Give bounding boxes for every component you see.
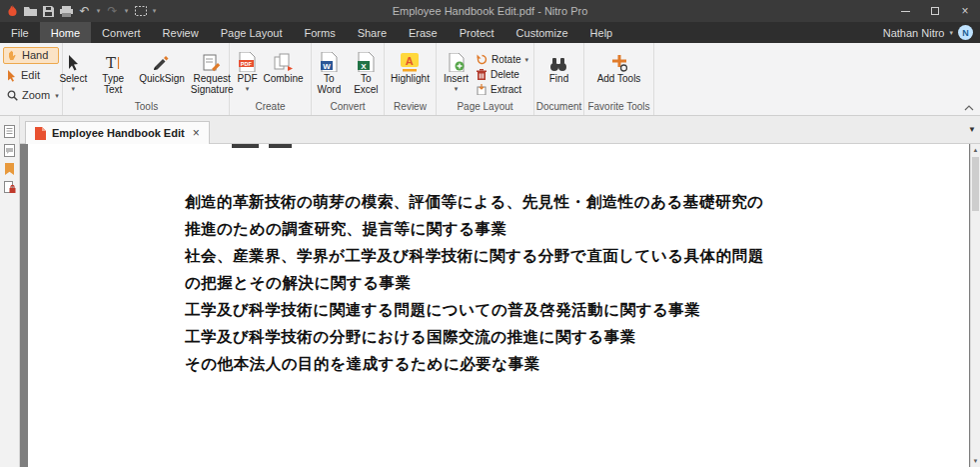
highlight-button[interactable]: A Highlight (389, 47, 432, 84)
toolbar-customize-caret[interactable]: ▾ (150, 7, 159, 15)
save-button[interactable] (40, 2, 57, 20)
text-line: 工学及び科学技術の分野における国際交流の推進に関する事業 (185, 323, 764, 350)
tab-convert[interactable]: Convert (91, 22, 152, 43)
delete-label: Delete (490, 69, 519, 80)
to-word-button[interactable]: W To Word (312, 47, 347, 95)
security-panel-button[interactable] (4, 181, 16, 194)
minimize-button[interactable] (890, 0, 920, 22)
page-layout-small-buttons: Rotate ▾ Delete Extract (477, 47, 528, 95)
document-viewport[interactable]: 創造的革新技術の萌芽の模索、評価等による、先見性・創造性のある基礎研究の 推進の… (20, 144, 970, 467)
quicksign-button[interactable]: QuickSign (137, 47, 187, 84)
svg-text:W: W (323, 62, 331, 71)
add-tools-button[interactable]: Add Tools (595, 47, 643, 84)
select-cursor-icon (67, 49, 80, 72)
vertical-scrollbar[interactable]: ▲ ▼ (970, 144, 980, 467)
ribbon-group-review: A Highlight Review (385, 43, 437, 115)
ribbon-tab-bar: File Home Convert Review Page Layout For… (0, 22, 980, 43)
extract-page-icon (477, 84, 487, 95)
insert-page-icon (449, 49, 465, 72)
tab-review[interactable]: Review (152, 22, 210, 43)
tab-file[interactable]: File (0, 22, 40, 43)
quicksign-label: QuickSign (139, 73, 185, 84)
scrollbar-thumb[interactable] (972, 157, 979, 211)
close-button[interactable]: × (950, 0, 980, 22)
undo-button[interactable]: ↶ (76, 2, 93, 20)
select-caret-icon: ▾ (72, 85, 76, 92)
rotate-button[interactable]: Rotate ▾ (477, 54, 528, 65)
create-pdf-button[interactable]: PDF PDF ▾ (235, 47, 259, 92)
tab-close-icon[interactable]: × (193, 126, 200, 140)
pdf-tab-icon (35, 127, 46, 140)
zoom-magnifier-icon (7, 90, 18, 101)
insert-caret-icon: ▾ (455, 85, 459, 92)
group-label-document: Document (534, 101, 583, 115)
account-menu[interactable]: Nathan Nitro ▾ N (883, 22, 980, 43)
tab-erase[interactable]: Erase (398, 22, 449, 43)
ribbon-group-page-layout: Insert ▾ Rotate ▾ Del (437, 43, 534, 115)
zoom-tool-button[interactable]: Zoom ▾ (3, 87, 59, 104)
scroll-up-button[interactable]: ▲ (971, 144, 980, 156)
find-button[interactable]: Find (547, 47, 570, 84)
group-label-favorite-tools: Favorite Tools (584, 101, 653, 115)
ribbon: Hand Edit Zoom ▾ (0, 43, 980, 116)
undo-dropdown-caret[interactable]: ▾ (94, 7, 103, 15)
tab-help[interactable]: Help (579, 22, 624, 43)
insert-pages-button[interactable]: Insert ▾ (442, 47, 471, 92)
combine-button[interactable]: Combine (261, 47, 305, 84)
to-excel-button[interactable]: X To Excel (349, 47, 384, 95)
text-line: 推進のための調査研究、提言等に関する事業 (185, 215, 764, 242)
tab-forms[interactable]: Forms (293, 22, 346, 43)
hand-icon (7, 50, 18, 62)
print-button[interactable] (58, 2, 75, 20)
tab-customize[interactable]: Customize (505, 22, 579, 43)
select-button[interactable]: Select ▾ (57, 47, 89, 92)
clipped-text-fragment (232, 144, 259, 148)
quick-access-toolbar: ↶ ▾ ↷ ▾ ▾ (0, 0, 159, 22)
navigation-panel-strip (0, 116, 20, 467)
document-tab[interactable]: Employee Handbook Edit × (25, 121, 210, 144)
minimize-icon (901, 11, 910, 12)
combine-files-icon (274, 49, 294, 72)
highlight-label: Highlight (391, 73, 430, 84)
group-label-create: Create (230, 101, 311, 115)
account-avatar[interactable]: N (958, 25, 973, 40)
document-tab-label: Employee Handbook Edit (52, 127, 185, 139)
tab-list-dropdown[interactable]: ▼ (968, 125, 976, 134)
hand-tool-button[interactable]: Hand (3, 47, 59, 64)
ribbon-group-document: Find Document (534, 43, 584, 115)
group-label-page-layout: Page Layout (437, 101, 533, 115)
ribbon-group-create: PDF PDF ▾ Combine Create (230, 43, 312, 115)
tab-page-layout[interactable]: Page Layout (210, 22, 294, 43)
comments-panel-button[interactable] (4, 144, 15, 157)
maximize-button[interactable] (920, 0, 950, 22)
scroll-down-button[interactable]: ▼ (971, 455, 980, 467)
pdf-page[interactable]: 創造的革新技術の萌芽の模索、評価等による、先見性・創造性のある基礎研究の 推進の… (28, 144, 969, 467)
page-text-block: 創造的革新技術の萌芽の模索、評価等による、先見性・創造性のある基礎研究の 推進の… (185, 188, 764, 377)
account-name: Nathan Nitro (883, 27, 945, 39)
tab-share[interactable]: Share (347, 22, 398, 43)
type-text-label: Type Text (93, 73, 133, 95)
snapshot-tool-button[interactable] (132, 2, 149, 20)
ribbon-group-tools: Select ▾ T Type Text QuickSign (64, 43, 230, 115)
extract-pages-button[interactable]: Extract (477, 84, 521, 95)
rotate-caret-icon: ▾ (524, 56, 528, 63)
tab-home[interactable]: Home (40, 22, 91, 43)
pages-panel-button[interactable] (4, 125, 15, 138)
pdf-file-icon: PDF (239, 49, 256, 72)
text-line: の把握とその解決に関する事業 (185, 269, 764, 296)
group-label-tools: Tools (64, 101, 229, 115)
open-file-button[interactable] (22, 2, 39, 20)
redo-button[interactable]: ↷ (104, 2, 121, 20)
delete-pages-button[interactable]: Delete (477, 69, 519, 80)
bookmarks-panel-button[interactable] (4, 163, 15, 175)
redo-dropdown-caret[interactable]: ▾ (122, 7, 131, 15)
zoom-label: Zoom (22, 89, 50, 102)
edit-tool-button[interactable]: Edit (3, 67, 59, 84)
tab-protect[interactable]: Protect (449, 22, 505, 43)
word-file-icon: W (321, 49, 338, 72)
collapse-ribbon-button[interactable] (964, 105, 974, 111)
excel-file-icon: X (358, 49, 375, 72)
type-text-button[interactable]: T Type Text (91, 47, 135, 95)
rotate-icon (477, 54, 488, 65)
request-signature-button[interactable]: Request Signature (189, 47, 236, 95)
